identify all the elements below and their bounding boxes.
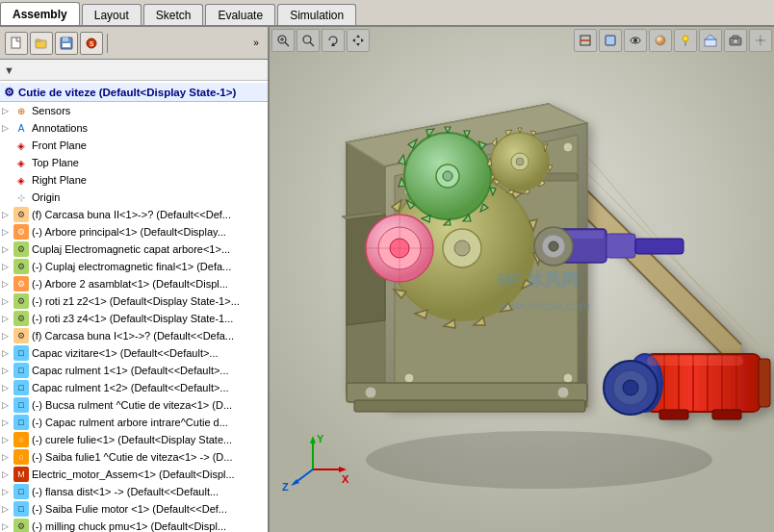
svg-point-24 (656, 36, 665, 45)
tree-item-arbore2[interactable]: ▷ ⚙ (-) Arbore 2 asamblat<1> (Default<Di… (0, 275, 268, 292)
component-icon: ⚙ (13, 224, 29, 240)
plane-icon: ◈ (13, 138, 29, 153)
svg-rect-108 (635, 239, 684, 254)
svg-marker-15 (356, 35, 360, 38)
filter-icon: ▼ (4, 64, 14, 76)
svg-rect-123 (659, 410, 688, 419)
cap-icon: □ (13, 397, 29, 413)
svg-marker-17 (352, 38, 355, 42)
tab-simulation[interactable]: Simulation (277, 4, 356, 25)
tab-layout[interactable]: Layout (82, 4, 142, 25)
tree-item-carcasa-buna-1[interactable]: ▷ ⚙ (f) Carcasa buna I<1>->? (Default<<D… (0, 327, 268, 344)
svg-rect-0 (12, 38, 20, 48)
annotation-icon: A (13, 120, 29, 136)
expand-arrow: ▷ (2, 348, 13, 358)
svg-text:Y: Y (317, 433, 324, 444)
toolbar-expand-button[interactable]: » (248, 36, 264, 51)
expand-arrow: ▷ (2, 106, 13, 115)
svg-marker-16 (356, 43, 360, 46)
expand-arrow: ▷ (2, 279, 13, 289)
svg-rect-5 (63, 43, 70, 47)
cap-icon: □ (13, 345, 29, 361)
left-panel: S » ▼ ⚙ Cutie de viteze (Default<Display… (0, 27, 270, 532)
tree-item-annotations[interactable]: ▷ A Annotations (0, 119, 268, 137)
tree-item-bucsa-rulment[interactable]: ▷ □ (-) Bucsa rulment ^Cutie de viteza<1… (0, 396, 268, 414)
left-toolbar: S » (0, 27, 268, 60)
tree-item-capac-rulment-1[interactable]: ▷ □ Capac rulment 1<1> (Default<<Default… (0, 362, 268, 379)
tree-root-item[interactable]: ⚙ Cutie de viteze (Default<Display State… (0, 83, 268, 102)
tree-container[interactable]: ⚙ Cutie de viteze (Default<Display State… (0, 81, 268, 532)
camera-button[interactable] (724, 29, 747, 52)
logo-button[interactable]: S (80, 32, 103, 55)
tree-item-capac-rulment-2[interactable]: ▷ □ Capac rulment 1<2> (Default<<Default… (0, 379, 268, 396)
component-icon: ⚙ (13, 276, 29, 291)
tree-item-milling-chuck[interactable]: ▷ ⚙ (-) milling chuck pmu<1> (Default<Di… (0, 518, 268, 532)
viewport-toolbar-left (271, 29, 370, 52)
tree-item-cuplaj-em-capat[interactable]: ▷ ⚙ Cuplaj Electromagnetic capat arbore<… (0, 241, 268, 258)
plane-icon: ◈ (13, 155, 29, 170)
appearance-button[interactable] (649, 29, 672, 52)
tree-item-front-plane[interactable]: ◈ Front Plane (0, 137, 268, 154)
filter-bar: ▼ (0, 60, 268, 81)
expand-arrow: ▷ (2, 227, 13, 237)
expand-arrow (2, 175, 13, 185)
svg-point-129 (623, 380, 638, 395)
tree-item-origin[interactable]: ⊹ Origin (0, 189, 268, 206)
tree-item-flansa[interactable]: ▷ □ (-) flansa dist<1> -> (Default<<Defa… (0, 483, 268, 500)
svg-line-9 (285, 42, 289, 46)
rotate-button[interactable] (322, 29, 345, 52)
svg-point-86 (443, 171, 452, 181)
svg-point-47 (563, 373, 573, 383)
tree-item-roti-z3z4[interactable]: ▷ ⚙ (-) roti z3 z4<1> (Default<Display S… (0, 310, 268, 327)
svg-point-32 (759, 38, 762, 42)
tab-sketch[interactable]: Sketch (143, 4, 204, 25)
section-view-button[interactable] (574, 29, 597, 52)
svg-rect-31 (733, 36, 738, 38)
tree-item-top-plane[interactable]: ◈ Top Plane (0, 154, 268, 171)
cap-icon: □ (13, 380, 29, 395)
gear-icon: ⚙ (13, 241, 29, 257)
tree-item-saiba-fulie-motor[interactable]: ▷ □ (-) Saiba Fulie motor <1> (Default<<… (0, 500, 268, 518)
svg-point-69 (454, 241, 470, 256)
tree-item-arbore-principal[interactable]: ▷ ⚙ (-) Arbore principal<1> (Default<Dis… (0, 223, 268, 241)
sensor-icon: ⊕ (13, 103, 29, 118)
tree-item-roti-z1z2[interactable]: ▷ ⚙ (-) roti z1 z2<1> (Default<Display S… (0, 292, 268, 310)
zoom-select-button[interactable] (297, 29, 320, 52)
svg-rect-126 (647, 356, 743, 366)
gear-icon: ⚙ (13, 259, 29, 274)
hide-show-button[interactable] (624, 29, 647, 52)
cap-icon: □ (13, 501, 29, 517)
tree-item-saiba-fulie[interactable]: ▷ ○ (-) Saiba fulie1 ^Cutie de viteza<1>… (0, 448, 268, 466)
scene-button[interactable] (699, 29, 722, 52)
tree-item-carcasa-buna-2[interactable]: ▷ ⚙ (f) Carcasa buna II<1>->? (Default<<… (0, 206, 268, 223)
open-button[interactable] (30, 32, 53, 55)
display-style-button[interactable] (599, 29, 622, 52)
tab-assembly[interactable]: Assembly (0, 2, 80, 25)
pulley-icon: ○ (13, 449, 29, 465)
tree-item-cuplaj-em-final[interactable]: ▷ ⚙ (-) Cuplaj electromagnetic final<1> … (0, 258, 268, 275)
tab-evaluate[interactable]: Evaluate (205, 4, 275, 25)
svg-point-45 (563, 142, 573, 152)
zoom-fit-button[interactable] (271, 29, 295, 52)
svg-rect-2 (36, 39, 40, 41)
tree-item-right-plane[interactable]: ◈ Right Plane (0, 171, 268, 189)
settings-button[interactable] (749, 29, 772, 52)
svg-rect-107 (606, 234, 635, 258)
new-button[interactable] (5, 32, 28, 55)
tree-item-capac-vizitare[interactable]: ▷ □ Capac vizitare<1> (Default<<Default>… (0, 344, 268, 362)
lighting-button[interactable] (674, 29, 697, 52)
tree-item-capac-rulment-arbore[interactable]: ▷ □ (-) Capac rulment arbore intrare^Cut… (0, 414, 268, 431)
expand-arrow: ▷ (2, 504, 13, 514)
gear-icon: ⚙ (13, 311, 29, 326)
tree-item-sensors[interactable]: ▷ ⊕ Sensors (0, 102, 268, 119)
shaft-housing (534, 227, 573, 266)
assembly-icon: ⚙ (4, 86, 14, 99)
save-button[interactable] (55, 32, 78, 55)
tree-item-electric-motor[interactable]: ▷ M Electric_motor_Assem<1> (Default<Dis… (0, 466, 268, 483)
pan-button[interactable] (347, 29, 370, 52)
motor-pulley (604, 361, 658, 415)
svg-rect-21 (606, 36, 615, 45)
motor-icon: M (13, 467, 29, 482)
toolbar-separator (107, 34, 108, 53)
tree-item-curele-fulie[interactable]: ▷ ○ (-) curele fulie<1> (Default<Display… (0, 431, 268, 448)
